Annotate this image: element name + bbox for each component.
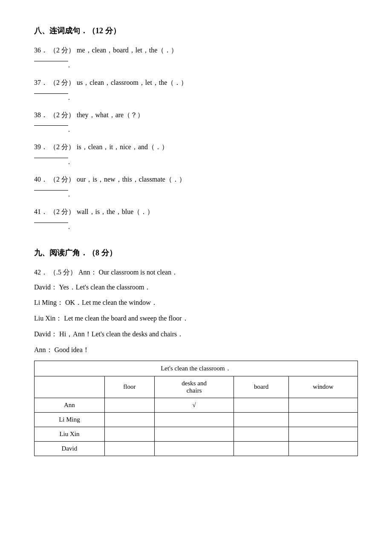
question-38: 38． （2 分） they，what，are（？） . xyxy=(34,109,358,134)
text-david-1: Yes．Let's clean the classroom． xyxy=(59,283,151,291)
row-liuxin-board xyxy=(234,427,289,441)
speaker-liming-2: Li Ming： xyxy=(34,299,63,306)
reading-table: Let's clean the classroom． floor desks a… xyxy=(34,361,358,456)
row-liuxin-window xyxy=(289,427,358,441)
header-name xyxy=(35,376,105,398)
row-liming-desks-chairs xyxy=(155,412,234,427)
row-liming-name: Li Ming xyxy=(35,412,105,427)
row-ann-window xyxy=(289,398,358,412)
row-david-floor xyxy=(104,441,154,456)
dialogue-2: Li Ming： OK．Let me clean the window． xyxy=(34,297,358,309)
speaker-david-4: David： xyxy=(34,330,58,338)
row-liuxin-desks-chairs xyxy=(155,427,234,441)
row-ann-floor xyxy=(104,398,154,412)
question-36: 36． （2 分） me，clean，board，let，the（．） . xyxy=(34,44,358,69)
q36-answer-line xyxy=(34,61,68,61)
question-37: 37． （2 分） us，clean，classroom，let，the（．） … xyxy=(34,77,358,101)
question-36-line: 36． （2 分） me，clean，board，let，the（．） xyxy=(34,44,358,57)
row-liuxin-floor xyxy=(104,427,154,441)
row-ann-board xyxy=(234,398,289,412)
dialogue-1: David： Yes．Let's clean the classroom． xyxy=(34,281,358,294)
text-liming-2: OK．Let me clean the window． xyxy=(65,299,158,306)
question-41: 41． （2 分） wall，is，the，blue（．） . xyxy=(34,206,358,231)
header-floor: floor xyxy=(104,376,154,398)
q42-dialogue-line-0: Ann： Our classroom is not clean． xyxy=(78,269,178,276)
q37-points: （2 分） xyxy=(49,79,75,86)
q36-answer: . xyxy=(34,59,358,69)
speaker-liuxin-3: Liu Xin： xyxy=(34,315,62,322)
q37-words: us，clean，classroom，let，the（．） xyxy=(77,79,187,86)
q41-words: wall，is，the，blue（．） xyxy=(77,208,154,215)
row-david-desks-chairs xyxy=(155,441,234,456)
q38-points: （2 分） xyxy=(49,111,75,119)
section9-title: 九、阅读广角．（8 分） xyxy=(34,248,358,258)
q36-number: 36． xyxy=(34,46,48,54)
table-row-liming: Li Ming xyxy=(35,412,358,427)
question-40: 40． （2 分） our，is，new，this，classmate（．） . xyxy=(34,173,358,198)
q42-points: （.5 分） xyxy=(49,269,77,276)
text-david-4: Hi，Ann！Let's clean the desks and chairs． xyxy=(59,330,184,338)
speaker-ann-0: Ann： xyxy=(78,269,97,276)
row-david-window xyxy=(289,441,358,456)
row-ann-desks-chairs: √ xyxy=(155,398,234,412)
q36-words: me，clean，board，let，the（．） xyxy=(77,46,178,54)
q36-points: （2 分） xyxy=(49,46,75,54)
q39-words: is，clean，it，nice，and（．） xyxy=(77,143,168,150)
q39-number: 39． xyxy=(34,143,48,150)
text-liuxin-3: Let me clean the board and sweep the flo… xyxy=(64,315,188,322)
question-39-line: 39． （2 分） is，clean，it，nice，and（．） xyxy=(34,141,358,153)
q39-answer: . xyxy=(34,156,358,166)
question-40-line: 40． （2 分） our，is，new，this，classmate（．） xyxy=(34,173,358,186)
q40-answer: . xyxy=(34,188,358,198)
q41-answer: . xyxy=(34,221,358,231)
question-37-line: 37． （2 分） us，clean，classroom，let，the（．） xyxy=(34,77,358,89)
row-david-name: David xyxy=(35,441,105,456)
table-title: Let's clean the classroom． xyxy=(35,361,358,376)
q38-words: they，what，are（？） xyxy=(77,111,144,119)
question-38-line: 38． （2 分） they，what，are（？） xyxy=(34,109,358,121)
q39-points: （2 分） xyxy=(49,143,75,150)
q42-header: 42． （.5 分） Ann： Our classroom is not cle… xyxy=(34,266,358,279)
table-header-row: floor desks andchairs board window xyxy=(35,376,358,398)
q37-answer: . xyxy=(34,92,358,101)
dialogue-5: Ann： Good idea！ xyxy=(34,344,358,356)
q37-answer-line xyxy=(34,93,68,94)
q39-answer-line xyxy=(34,158,68,158)
section8-title: 八、连词成句．（12 分） xyxy=(34,26,358,36)
table-row-david: David xyxy=(35,441,358,456)
q42-number: 42． xyxy=(34,269,48,276)
row-liuxin-name: Liu Xin xyxy=(35,427,105,441)
row-liming-window xyxy=(289,412,358,427)
question-39: 39． （2 分） is，clean，it，nice，and（．） . xyxy=(34,141,358,166)
q40-answer-line xyxy=(34,190,68,191)
q40-words: our，is，new，this，classmate（．） xyxy=(77,176,186,183)
header-window: window xyxy=(289,376,358,398)
header-board: board xyxy=(234,376,289,398)
table-row-ann: Ann √ xyxy=(35,398,358,412)
row-ann-name: Ann xyxy=(35,398,105,412)
header-desks-chairs: desks andchairs xyxy=(155,376,234,398)
question-41-line: 41． （2 分） wall，is，the，blue（．） xyxy=(34,206,358,218)
table-row-liuxin: Liu Xin xyxy=(35,427,358,441)
dialogue-4: David： Hi，Ann！Let's clean the desks and … xyxy=(34,328,358,341)
text-ann-5: Good idea！ xyxy=(55,346,89,353)
q40-points: （2 分） xyxy=(49,176,75,183)
speaker-ann-5: Ann： xyxy=(34,346,53,353)
dialogue-3: Liu Xin： Let me clean the board and swee… xyxy=(34,312,358,325)
row-liming-floor xyxy=(104,412,154,427)
q38-number: 38． xyxy=(34,111,48,119)
section-8: 八、连词成句．（12 分） 36． （2 分） me，clean，board，l… xyxy=(34,26,358,231)
q41-answer-line xyxy=(34,223,68,223)
table-title-row: Let's clean the classroom． xyxy=(35,361,358,376)
text-ann-0: Our classroom is not clean． xyxy=(99,269,179,276)
q37-number: 37． xyxy=(34,79,48,86)
speaker-david-1: David： xyxy=(34,283,58,291)
row-david-board xyxy=(234,441,289,456)
q38-answer-line xyxy=(34,125,68,126)
section-9: 九、阅读广角．（8 分） 42． （.5 分） Ann： Our classro… xyxy=(34,248,358,456)
row-liming-board xyxy=(234,412,289,427)
q40-number: 40． xyxy=(34,176,48,183)
q41-number: 41． xyxy=(34,208,48,215)
q41-points: （2 分） xyxy=(49,208,75,215)
q38-answer: . xyxy=(34,124,358,133)
